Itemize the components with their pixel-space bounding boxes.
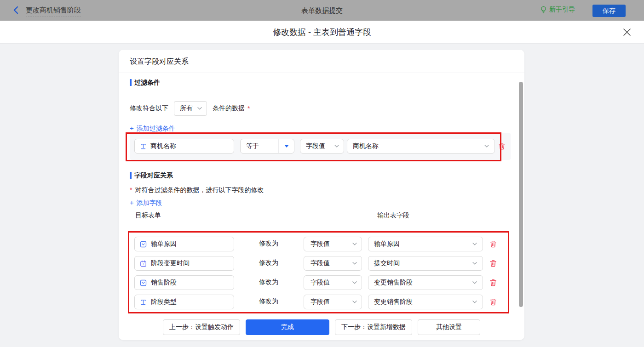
scope-value: 所有: [180, 104, 193, 113]
filter-section-title: 过滤条件: [130, 79, 160, 86]
output-field-label: 变更销售阶段: [374, 298, 413, 306]
divider: [119, 73, 524, 73]
mapping-row: 销售阶段 修改为 字段值 变更销售阶段: [119, 275, 524, 290]
match-scope-select[interactable]: 所有: [174, 101, 207, 116]
target-field-label: 阶段变更时间: [151, 259, 190, 267]
target-field-input[interactable]: 销售阶段: [134, 275, 234, 290]
add-field-label: 添加字段: [137, 199, 162, 206]
next-step-button[interactable]: 下一步：设置新增数据: [335, 319, 412, 335]
target-field-label: 销售阶段: [151, 279, 177, 287]
modify-label: 修改为: [259, 297, 278, 306]
trash-icon[interactable]: [489, 259, 497, 267]
other-settings-button[interactable]: 其他设置: [418, 319, 480, 335]
card-title: 设置字段对应关系: [130, 57, 189, 67]
add-field-link[interactable]: +添加字段: [130, 199, 162, 207]
plus-icon: +: [130, 199, 134, 206]
output-field-select[interactable]: 提交时间: [368, 256, 483, 271]
prev-step-button[interactable]: 上一步：设置触发动作: [163, 319, 240, 335]
value-type-select[interactable]: 字段值: [304, 237, 362, 251]
plus-icon: +: [130, 124, 134, 132]
filter-value-type-select[interactable]: 字段值: [300, 139, 344, 154]
filter-field-input[interactable]: 商机名称: [134, 139, 234, 154]
top-app-bar: 更改商机销售阶段 表单数据提交 新手引导 保存: [0, 0, 644, 21]
chevron-down-icon: [352, 243, 357, 245]
target-field-label: 输单原因: [151, 240, 177, 248]
trash-icon[interactable]: [489, 298, 497, 306]
operator-value: 等于: [241, 142, 278, 150]
chevron-down-icon: [352, 301, 357, 303]
match-suffix-label: 条件的数据: [213, 104, 245, 113]
match-condition-line: 修改符合以下 所有 条件的数据 *: [130, 101, 250, 116]
mapping-description: *对符合过滤条件的数据，进行以下字段的修改: [130, 186, 264, 194]
chevron-down-icon: [197, 107, 202, 110]
trash-icon[interactable]: [489, 240, 497, 248]
modify-label: 修改为: [259, 259, 278, 267]
output-field-label: 变更销售阶段: [374, 279, 413, 287]
output-field-label: 输单原因: [374, 240, 400, 248]
required-mark: *: [247, 105, 250, 112]
output-field-select[interactable]: 变更销售阶段: [368, 275, 483, 290]
mapping-section-title: 字段对应关系: [130, 172, 173, 179]
chevron-down-icon: [352, 281, 357, 284]
trash-icon[interactable]: [498, 142, 506, 150]
output-field-select[interactable]: 输单原因: [368, 237, 483, 251]
modal-body: 设置字段对应关系 过滤条件 修改符合以下 所有 条件的数据 * +添加过滤条件 …: [0, 44, 644, 347]
select-field-icon: [139, 279, 147, 286]
filter-condition-row: 商机名称 等于 字段值 商机名称: [130, 133, 511, 160]
target-field-input[interactable]: 7 阶段变更时间: [134, 256, 234, 271]
value-type-label: 字段值: [306, 142, 325, 150]
value-type-select[interactable]: 字段值: [304, 256, 362, 271]
chevron-down-icon: [352, 262, 357, 265]
modify-label: 修改为: [259, 239, 278, 248]
dropdown-caret-zone[interactable]: [278, 139, 294, 153]
description-text: 对符合过滤条件的数据，进行以下字段的修改: [135, 186, 264, 193]
match-prefix-label: 修改符合以下: [130, 104, 168, 113]
chevron-down-icon: [334, 145, 339, 148]
date-field-icon: 7: [139, 260, 147, 267]
modal-header: 修改数据 - 主表到普通字段: [0, 21, 644, 44]
column-header-target: 目标表单: [135, 211, 161, 220]
filter-value-label: 商机名称: [353, 142, 379, 150]
chevron-down-icon: [472, 301, 477, 303]
target-field-input[interactable]: 阶段类型: [134, 295, 234, 309]
text-field-icon: [139, 298, 147, 306]
chevron-down-icon: [472, 243, 477, 245]
required-mark: *: [130, 186, 132, 193]
value-type-label: 字段值: [310, 279, 330, 287]
output-field-select[interactable]: 变更销售阶段: [368, 295, 483, 309]
value-type-label: 字段值: [310, 298, 330, 306]
add-filter-condition-link[interactable]: +添加过滤条件: [130, 124, 175, 133]
close-icon[interactable]: [622, 27, 632, 37]
beginner-guide-link[interactable]: 新手引导: [540, 6, 575, 14]
text-field-icon: [139, 142, 147, 150]
value-type-label: 字段值: [310, 240, 330, 248]
save-button[interactable]: 保存: [592, 5, 626, 17]
chevron-down-icon: [472, 262, 477, 265]
target-field-input[interactable]: 输单原因: [134, 237, 234, 251]
filter-value-select[interactable]: 商机名称: [347, 139, 495, 154]
filter-field-label: 商机名称: [150, 142, 176, 150]
column-header-output: 输出表字段: [377, 211, 409, 220]
chevron-down-icon: [472, 281, 477, 284]
value-type-select[interactable]: 字段值: [304, 275, 362, 290]
modal-title: 修改数据 - 主表到普通字段: [0, 27, 644, 38]
modify-label: 修改为: [259, 278, 278, 286]
value-type-select[interactable]: 字段值: [304, 295, 362, 309]
svg-text:7: 7: [142, 262, 144, 266]
lightbulb-icon: [540, 6, 547, 13]
output-field-label: 提交时间: [374, 259, 400, 267]
mapping-row: 输单原因 修改为 字段值 输单原因: [119, 237, 524, 251]
mapping-row: 阶段类型 修改为 字段值 变更销售阶段: [119, 295, 524, 309]
select-field-icon: [139, 240, 147, 248]
settings-card: 设置字段对应关系 过滤条件 修改符合以下 所有 条件的数据 * +添加过滤条件 …: [119, 50, 524, 340]
guide-label: 新手引导: [549, 6, 575, 14]
add-filter-label: 添加过滤条件: [137, 125, 175, 132]
caret-down-icon: [284, 145, 289, 148]
scrollbar-thumb[interactable]: [519, 82, 523, 307]
mapping-row: 7 阶段变更时间 修改为 字段值 提交时间: [119, 256, 524, 271]
chevron-down-icon: [484, 145, 489, 148]
value-type-label: 字段值: [310, 259, 330, 267]
trash-icon[interactable]: [489, 279, 497, 287]
filter-operator-select[interactable]: 等于: [240, 139, 294, 154]
done-button[interactable]: 完成: [246, 319, 329, 335]
